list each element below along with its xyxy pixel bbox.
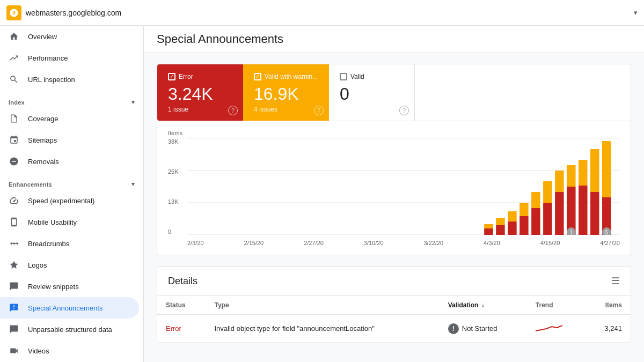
row-type: Invalid object type for field "announcem… [206,315,440,343]
sidebar-item-sitemaps[interactable]: Sitemaps [0,129,139,151]
page-title: Special Announcements [157,32,631,46]
chart-inner: 38K 25K 13K 0 [168,138,620,246]
svg-rect-15 [543,181,552,203]
col-status: Status [157,296,206,315]
domain-chevron[interactable]: ▾ [634,9,638,17]
error-card[interactable]: Error 3.24K 1 issue ? [157,64,243,121]
y-tick-13k: 13K [168,198,184,205]
not-started-icon: ! [448,323,459,334]
review-icon [9,281,19,292]
index-section-header: Index ▾ [0,90,143,108]
warning-checkbox[interactable] [254,73,261,80]
error-checkbox[interactable] [168,73,175,80]
index-section-label: Index [9,99,25,106]
sidebar-label-url-inspection: URL inspection [28,76,75,84]
warning-label: Valid with warnin... [254,73,318,80]
sidebar-item-videos[interactable]: Videos [0,340,139,361]
breadcrumbs-icon [9,238,19,249]
svg-text:5: 5 [605,230,608,235]
col-validation[interactable]: Validation ↓ [440,296,527,315]
video-icon [9,345,19,356]
sidebar-item-performance[interactable]: Performance [0,47,139,69]
error-info-icon[interactable]: ? [228,106,238,115]
sidebar-item-review-snippets[interactable]: Review snippets [0,276,139,297]
logos-icon [9,260,19,270]
sidebar-item-url-inspection[interactable]: URL inspection [0,69,139,90]
trending-up-icon [9,53,19,63]
sidebar-item-removals[interactable]: Removals [0,151,139,172]
details-title: Details [168,276,197,287]
svg-rect-12 [531,208,540,235]
table-body: Error Invalid object type for field "ann… [157,315,631,343]
filter-icon[interactable]: ☰ [611,275,620,287]
sidebar-label-videos: Videos [28,347,49,355]
sidebar: Overview Performance URL inspection Inde… [0,26,144,362]
details-header: Details ☰ [157,267,631,296]
col-items: Items [585,296,631,315]
svg-text:1: 1 [570,230,573,235]
sidebar-item-coverage[interactable]: Coverage [0,108,139,129]
empty-card [415,64,631,121]
x-tick-8: 4/27/20 [600,240,620,246]
sidebar-label-coverage: Coverage [28,115,58,123]
valid-label: Valid [340,73,404,80]
chart-y-label: Items [168,130,620,136]
sidebar-item-speed[interactable]: Speed (experimental) [0,190,139,211]
top-bar: webmasters.googleblog.com ▾ [0,0,644,26]
y-tick-0: 0 [168,228,184,235]
y-tick-38k: 38K [168,138,184,145]
x-tick-2: 2/15/20 [244,240,264,246]
enhancements-section-label: Enhancements [9,181,52,188]
enhancements-collapse-icon[interactable]: ▾ [131,181,135,188]
svg-rect-8 [508,221,516,235]
index-collapse-icon[interactable]: ▾ [131,99,135,106]
svg-rect-19 [567,165,575,187]
table-header: Status Type Validation ↓ Trend Items [157,296,631,315]
removals-icon [9,156,19,167]
warning-info-icon[interactable]: ? [314,106,324,115]
valid-card[interactable]: Valid 0 ? [329,64,415,121]
y-axis: 38K 25K 13K 0 [168,138,187,235]
warning-issues: 4 issues [254,106,318,113]
svg-rect-14 [543,203,552,235]
x-tick-7: 4/15/20 [540,240,560,246]
svg-rect-24 [590,192,599,235]
valid-info-icon[interactable]: ? [399,106,409,115]
sidebar-label-logos: Logos [28,261,47,269]
error-label: Error [168,73,232,80]
svg-rect-27 [602,141,611,197]
coverage-icon [9,113,19,124]
sidebar-label-sitemaps: Sitemaps [28,136,57,144]
svg-rect-23 [579,160,587,186]
sidebar-item-mobile-usability[interactable]: Mobile Usability [0,211,139,233]
error-count: 3.24K [168,85,232,104]
sidebar-item-special-announcements[interactable]: Special Announcements [0,297,139,319]
svg-rect-22 [579,186,587,235]
sitemap-icon [9,135,19,145]
valid-checkbox[interactable] [340,73,347,80]
x-tick-3: 2/27/20 [304,240,324,246]
not-started-badge: ! Not Started [448,323,518,334]
svg-rect-6 [496,225,504,235]
sidebar-item-unparsable[interactable]: Unparsable structured data [0,319,139,340]
details-section: Details ☰ Status Type Validation ↓ Trend [157,266,631,343]
warning-card[interactable]: Valid with warnin... 16.9K 4 issues ? [243,64,329,121]
sidebar-label-speed: Speed (experimental) [28,197,94,205]
sidebar-item-logos[interactable]: Logos [0,254,139,276]
svg-rect-13 [531,192,540,208]
sidebar-label-removals: Removals [28,158,59,166]
chart-svg: 1 [187,138,620,235]
sidebar-item-overview[interactable]: Overview [0,26,139,47]
x-tick-6: 4/3/20 [484,240,500,246]
cards-row: Error 3.24K 1 issue ? Valid with warnin.… [157,64,631,121]
x-axis: 2/3/20 2/15/20 2/27/20 3/10/20 3/22/20 4… [187,240,620,246]
row-status: Error [157,315,206,343]
unparsable-icon [9,324,19,335]
sidebar-item-breadcrumbs[interactable]: Breadcrumbs [0,233,139,254]
sidebar-label-unparsable: Unparsable structured data [28,326,112,334]
row-validation: ! Not Started [440,315,527,343]
mobile-icon [9,217,19,227]
error-issues: 1 issue [168,106,232,113]
sidebar-label-mobile: Mobile Usability [28,218,77,226]
svg-rect-4 [484,228,493,235]
